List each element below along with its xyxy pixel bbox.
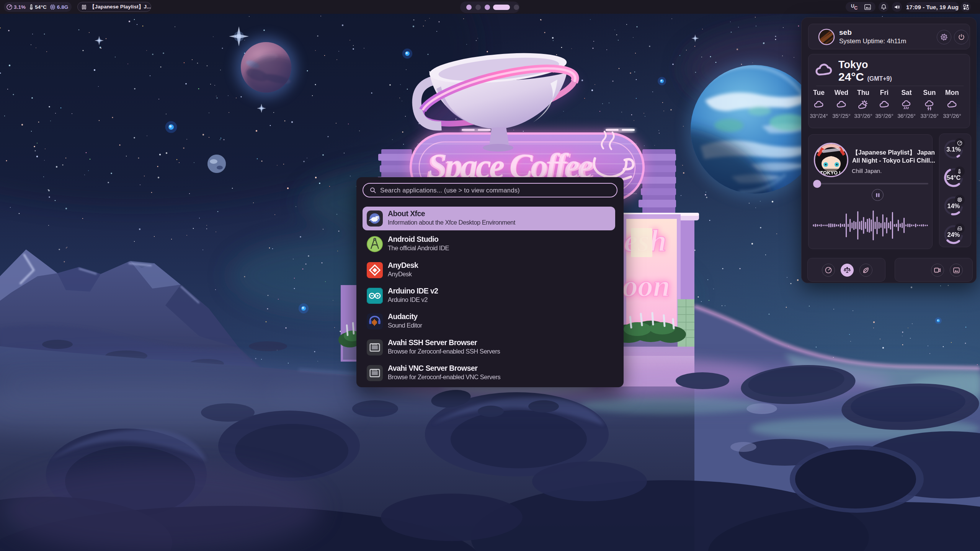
svg-text:C: C (854, 5, 858, 11)
svg-text:24%: 24% (947, 231, 960, 238)
svg-text:oon: oon (622, 269, 670, 303)
svg-text:3.1%: 3.1% (946, 146, 961, 153)
svg-text:54°C: 54°C (947, 174, 961, 181)
svg-text:14%: 14% (947, 202, 960, 209)
